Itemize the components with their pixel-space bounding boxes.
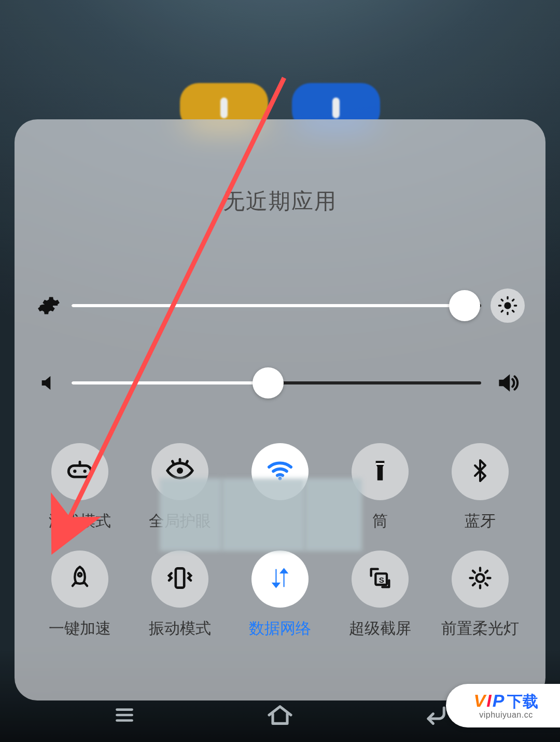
censor-patch bbox=[222, 478, 305, 551]
svg-text:S: S bbox=[379, 575, 384, 584]
control-center-panel[interactable]: 无近期应用 bbox=[15, 119, 545, 700]
toggle-label: 超级截屏 bbox=[349, 618, 411, 639]
nav-home-button[interactable] bbox=[262, 698, 298, 734]
svg-line-29 bbox=[485, 583, 487, 585]
watermark-logo: VIP下载 bbox=[474, 692, 539, 709]
svg-line-5 bbox=[501, 299, 502, 300]
bluetooth-button[interactable] bbox=[452, 443, 509, 500]
censor-patch bbox=[305, 478, 362, 551]
toggle-label: 筒 bbox=[372, 511, 388, 532]
bluetooth-icon bbox=[468, 458, 493, 485]
volume-slider-row bbox=[30, 369, 530, 396]
volume-slider[interactable] bbox=[72, 381, 481, 384]
toggle-mobile-data: 数据网络 bbox=[230, 551, 330, 639]
brightness-slider[interactable] bbox=[72, 304, 481, 307]
svg-rect-9 bbox=[69, 465, 92, 477]
svg-point-19 bbox=[78, 573, 82, 576]
boost-button[interactable] bbox=[51, 551, 108, 608]
svg-point-23 bbox=[476, 574, 484, 582]
vibrate-icon bbox=[165, 564, 194, 595]
svg-point-10 bbox=[74, 470, 77, 473]
no-recent-apps-title: 无近期应用 bbox=[30, 187, 530, 216]
brightness-slider-thumb[interactable] bbox=[449, 290, 480, 321]
brightness-icon[interactable] bbox=[491, 288, 525, 323]
svg-point-13 bbox=[177, 468, 183, 474]
brightness-slider-row bbox=[30, 288, 530, 323]
front-light-icon bbox=[467, 565, 494, 594]
toggle-label: 蓝牙 bbox=[465, 511, 496, 532]
toggle-label: 游戏模式 bbox=[49, 511, 111, 532]
toggle-label: 振动模式 bbox=[149, 618, 211, 639]
svg-line-14 bbox=[173, 461, 174, 464]
toggle-vibrate: 振动模式 bbox=[130, 551, 230, 639]
super-screenshot-icon: S bbox=[367, 565, 394, 594]
toggle-front-light: 前置柔光灯 bbox=[430, 551, 530, 639]
watermark-url: viphuiyuan.cc bbox=[479, 710, 533, 720]
svg-line-16 bbox=[186, 461, 187, 464]
home-icon bbox=[265, 700, 295, 732]
toggle-screenshot: S 超级截屏 bbox=[330, 551, 430, 639]
menu-icon bbox=[111, 702, 137, 730]
vibrate-button[interactable] bbox=[151, 551, 208, 608]
svg-line-6 bbox=[513, 311, 514, 312]
toggle-game-mode: 游戏模式 bbox=[30, 443, 130, 532]
volume-slider-thumb[interactable] bbox=[253, 367, 284, 399]
nav-menu-button[interactable] bbox=[106, 698, 143, 734]
toggle-bluetooth: 蓝牙 bbox=[430, 443, 530, 532]
svg-rect-20 bbox=[176, 568, 184, 587]
volume-up-icon[interactable] bbox=[491, 369, 525, 396]
toggle-label: 前置柔光灯 bbox=[441, 618, 519, 639]
gamepad-icon bbox=[65, 456, 95, 488]
toggle-boost: 一键加速 bbox=[30, 551, 130, 639]
svg-rect-18 bbox=[375, 463, 384, 464]
svg-line-8 bbox=[513, 299, 514, 300]
rocket-icon bbox=[66, 565, 93, 594]
svg-point-11 bbox=[83, 470, 87, 473]
svg-line-7 bbox=[501, 311, 502, 312]
screenshot-button[interactable]: S bbox=[352, 551, 409, 608]
svg-point-0 bbox=[504, 302, 511, 309]
toggle-label: 一键加速 bbox=[49, 618, 111, 639]
censor-patch bbox=[160, 478, 222, 551]
toggle-label: 数据网络 bbox=[249, 618, 311, 639]
gear-icon[interactable] bbox=[35, 292, 62, 319]
mobile-data-button[interactable] bbox=[251, 551, 309, 608]
data-arrows-icon bbox=[267, 565, 293, 594]
watermark-badge: VIP下载 viphuiyuan.cc bbox=[446, 684, 560, 727]
volume-mute-icon[interactable] bbox=[35, 369, 62, 396]
svg-line-30 bbox=[473, 583, 475, 585]
svg-line-28 bbox=[473, 571, 475, 573]
flashlight-icon bbox=[367, 458, 393, 486]
front-light-button[interactable] bbox=[452, 551, 509, 608]
svg-line-31 bbox=[485, 571, 487, 573]
game-mode-button[interactable] bbox=[51, 443, 108, 500]
